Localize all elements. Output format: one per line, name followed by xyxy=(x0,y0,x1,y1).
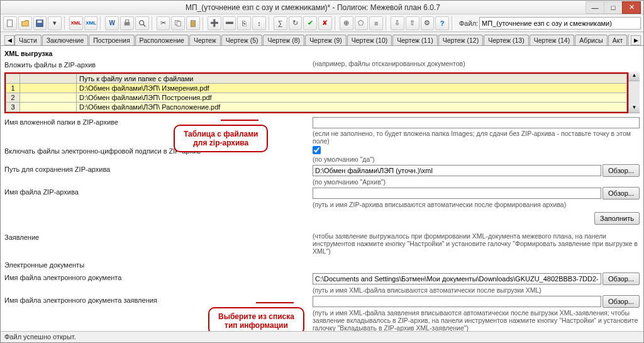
include-eds-hint: (по умолчанию "да") xyxy=(313,155,640,163)
insert-row-icon[interactable]: ➕ xyxy=(208,16,221,30)
save-path-browse-button[interactable]: Обзор... xyxy=(602,164,640,177)
move-row-icon[interactable]: ↕ xyxy=(252,16,266,30)
callout-info-type: Выберите из спискатип информации xyxy=(208,307,304,331)
open-file-icon[interactable] xyxy=(18,16,32,30)
folder-name-input[interactable] xyxy=(313,117,640,128)
svg-rect-8 xyxy=(177,21,181,26)
tab-части[interactable]: Части xyxy=(14,35,42,45)
edoc-name-browse-button[interactable]: Обзор... xyxy=(602,273,640,285)
status-bar: Файл успешно открыт. xyxy=(1,331,643,342)
word-export-icon[interactable]: W xyxy=(105,16,119,30)
tab-strip: ◀ ЧастиЗаключениеПостроенияРасположениеЧ… xyxy=(1,32,643,46)
svg-rect-4 xyxy=(125,20,128,22)
tab-чертеж-9-[interactable]: Чертеж (9) xyxy=(305,35,347,45)
svg-rect-0 xyxy=(8,20,13,26)
paste-icon[interactable] xyxy=(186,16,200,30)
tab-заключение[interactable]: Заключение xyxy=(42,35,88,45)
table-row[interactable]: 2D:\Обмен файлами\ЛЭП\ Построения.pdf xyxy=(6,93,627,103)
export-icon[interactable]: ⇧ xyxy=(406,16,419,30)
table-row[interactable]: 1D:\Обмен файлами\ЛЭП\ Измерения.pdf xyxy=(6,84,627,93)
save-path-hint: (по умолчанию "Архив") xyxy=(313,178,640,186)
content-area: XML выгрузка Вложить файлы в ZIP-архив (… xyxy=(1,46,643,331)
file-path-label: Файл: xyxy=(459,20,478,27)
zip-name-input[interactable] xyxy=(313,188,601,199)
check-icon[interactable]: ✔ xyxy=(303,16,317,30)
svg-rect-10 xyxy=(192,20,194,21)
remove-check-icon[interactable]: ✘ xyxy=(318,16,332,30)
svg-rect-3 xyxy=(125,22,130,25)
status-text: Файл успешно открыт. xyxy=(4,333,76,340)
include-eds-checkbox[interactable] xyxy=(313,146,321,154)
tab-чертеж-13-[interactable]: Чертеж (13) xyxy=(484,35,528,45)
fill-button[interactable]: Заполнить xyxy=(594,212,640,225)
svg-rect-2 xyxy=(38,20,42,23)
window-title: МП_(уточнение езп с озу и смежниками)* -… xyxy=(186,3,586,12)
copy-icon[interactable] xyxy=(171,16,185,30)
tab-scroll-right[interactable]: ▶ xyxy=(631,35,641,45)
save-dropdown-icon[interactable]: ▾ xyxy=(48,16,62,30)
tab-расположение[interactable]: Расположение xyxy=(135,35,189,45)
main-toolbar: ▾ XML XML W ✂ ➕ ➖ ⎘ ↕ ∑ ↻ ✔ ✘ ⊕ ⬠ ≡ ⇩ ⇧ … xyxy=(1,14,643,32)
edoc-zayav-input[interactable] xyxy=(313,296,601,307)
tab-чертеж-10-[interactable]: Чертеж (10) xyxy=(347,35,392,45)
edoc-zayav-browse-button[interactable]: Обзор... xyxy=(602,295,640,308)
calc-icon[interactable]: ∑ xyxy=(274,16,287,30)
tab-чертеж[interactable]: Чертеж xyxy=(189,35,221,45)
zayavlenie-label: Заявление xyxy=(4,232,313,242)
edoc-name-hint: (путь и имя XML-файла вписываются автома… xyxy=(313,286,640,294)
print-icon[interactable] xyxy=(120,16,134,30)
tab-scroll-left[interactable]: ◀ xyxy=(4,35,14,45)
tab-чертеж-12-[interactable]: Чертеж (12) xyxy=(438,35,483,45)
tab-чертеж-8-[interactable]: Чертеж (8) xyxy=(263,35,304,45)
xml-import-icon[interactable]: XML xyxy=(84,16,98,30)
save-path-label: Путь для сохранения ZIP-архива xyxy=(4,164,313,174)
tab-построения[interactable]: Построения xyxy=(89,35,134,45)
edoc-name-label: Имя файла электронного документа xyxy=(4,273,313,283)
tab-абрисы[interactable]: Абрисы xyxy=(575,35,608,45)
tab-чертеж-14-[interactable]: Чертеж (14) xyxy=(530,35,574,45)
new-file-icon[interactable] xyxy=(3,16,17,30)
tab-акт[interactable]: Акт xyxy=(608,35,628,45)
table-scrollbar[interactable]: ▲ ▼ xyxy=(628,72,640,113)
edoc-zayav-hint: (путь и имя XML-файла заявления вписываю… xyxy=(313,309,640,331)
polygon-icon[interactable]: ⬠ xyxy=(355,16,369,30)
file-path-input[interactable] xyxy=(479,17,641,30)
edocs-label: Электронные документы xyxy=(4,260,313,270)
minimize-button[interactable]: — xyxy=(586,1,604,14)
preview-icon[interactable] xyxy=(135,16,149,30)
refresh-icon[interactable]: ↻ xyxy=(289,16,303,30)
edoc-name-input[interactable] xyxy=(313,273,601,284)
maximize-button[interactable]: □ xyxy=(604,1,623,14)
scroll-up-icon[interactable]: ▲ xyxy=(629,72,640,81)
table-header-num xyxy=(6,74,20,84)
scroll-down-icon[interactable]: ▼ xyxy=(629,104,640,113)
tab-чертеж-11-[interactable]: Чертеж (11) xyxy=(392,35,437,45)
lines-icon[interactable]: ≡ xyxy=(369,16,383,30)
copy-row-icon[interactable]: ⎘ xyxy=(237,16,251,30)
import-icon[interactable]: ⇩ xyxy=(391,16,404,30)
titlebar: МП_(уточнение езп с озу и смежниками)* -… xyxy=(1,1,643,14)
save-path-input[interactable] xyxy=(313,165,601,176)
close-button[interactable]: ✕ xyxy=(622,1,641,14)
zip-name-hint: (путь и имя ZIP-архива вписываются автом… xyxy=(313,201,640,208)
delete-row-icon[interactable]: ➖ xyxy=(223,16,236,30)
callout-files-table: Таблица с файламидля zip-архива xyxy=(174,125,268,152)
table-row[interactable]: 3D:\Обмен файлами\ЛЭП\ Расположение.pdf xyxy=(6,103,627,112)
svg-point-5 xyxy=(139,20,143,25)
app-window: МП_(уточнение езп с озу и смежниками)* -… xyxy=(0,0,644,343)
tab-чертеж-5-[interactable]: Чертеж (5) xyxy=(221,35,263,45)
section-title: XML выгрузка xyxy=(4,50,640,57)
tab-извещение[interactable]: Извещение xyxy=(628,35,630,45)
cut-icon[interactable]: ✂ xyxy=(157,16,170,30)
xml-export-icon[interactable]: XML xyxy=(69,16,83,30)
zip-name-browse-button[interactable]: Обзор... xyxy=(602,187,640,200)
coords-icon[interactable]: ⊕ xyxy=(340,16,353,30)
settings-icon[interactable]: ⚙ xyxy=(421,16,435,30)
zip-files-hint: (например, файлы отсканированных докумен… xyxy=(313,60,640,67)
zip-name-label: Имя файла ZIP-архива xyxy=(4,187,313,197)
table-header-empty xyxy=(20,74,77,84)
folder-name-label: Имя вложенной папки в ZIP-архиве xyxy=(4,117,313,127)
help-icon[interactable]: ? xyxy=(435,16,449,30)
save-icon[interactable] xyxy=(33,16,47,30)
files-table[interactable]: Путь к файлу или папке с файлами 1D:\Обм… xyxy=(6,74,627,112)
